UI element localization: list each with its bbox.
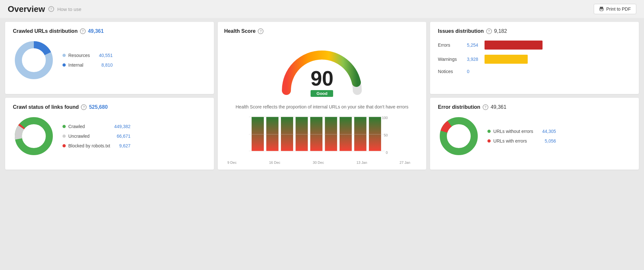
svg-rect-9 [252,117,264,151]
issues-distribution-card: Issues distribution ? 9,182 Errors 5,254… [430,22,639,94]
errors-bar [485,41,543,50]
error-dist-donut-svg [438,115,480,157]
issues-help-icon[interactable]: ? [486,28,492,34]
legend-no-errors: URLs without errors 44,305 [487,129,556,134]
error-dist-legend: URLs without errors 44,305 URLs with err… [487,129,556,144]
legend-resources: Resources 40,551 [62,53,113,58]
crawl-status-help-icon[interactable]: ? [81,104,87,110]
crawled-urls-donut [13,39,55,81]
uncrawled-dot [62,135,66,138]
overview-help-icon[interactable]: ? [48,6,54,12]
svg-point-5 [24,50,44,70]
print-to-pdf-button[interactable]: Print to PDF [594,4,636,14]
error-distribution-title: Error distribution ? 49,361 [438,104,631,110]
crawled-urls-title: Crawled URLs distribution ? 49,361 [13,28,206,34]
internal-dot [62,63,66,67]
health-score-gauge: 90 Good [277,41,367,98]
with-errors-dot [487,139,491,143]
crawl-status-card: Crawl status of links found ? 525,680 [5,98,214,170]
error-dist-donut [438,115,480,157]
error-dist-chart-section: URLs without errors 44,305 URLs with err… [438,115,631,157]
resources-dot [62,54,66,57]
svg-rect-11 [281,117,293,151]
main-grid: Crawled URLs distribution ? 49,361 Resou… [0,18,644,175]
gauge-label: Good [311,90,333,97]
print-button-label: Print to PDF [606,6,631,12]
legend-crawled: Crawled 449,382 [62,124,130,129]
crawl-status-title: Crawl status of links found ? 525,680 [13,104,206,110]
issues-distribution-title: Issues distribution ? 9,182 [438,28,631,34]
legend-blocked: Blocked by robots.txt 9,627 [62,143,130,148]
svg-point-24 [24,126,44,146]
crawled-urls-legend: Resources 40,551 Internal 8,810 [62,53,113,68]
health-score-title: Health Score ? [224,28,420,34]
health-score-help-icon[interactable]: ? [258,28,264,34]
header-left: Overview ? How to use [8,4,82,14]
issues-warnings-row: Warnings 3,928 [438,55,631,64]
how-to-use-link[interactable]: How to use [57,6,82,12]
issues-total: 9,182 [494,28,507,34]
svg-text:50: 50 [384,133,388,137]
crawled-urls-help-icon[interactable]: ? [80,28,86,34]
error-dist-help-icon[interactable]: ? [483,104,488,110]
blocked-dot [62,144,66,147]
warnings-bar [485,55,528,64]
svg-rect-15 [340,117,352,151]
issues-notices-row: Notices 0 [438,69,631,74]
page-title: Overview [8,4,45,14]
svg-text:100: 100 [382,116,388,120]
svg-rect-16 [354,117,366,151]
print-icon [599,7,604,11]
crawl-status-donut [13,115,55,157]
legend-uncrawled: Uncrawled 66,671 [62,134,130,139]
crawl-status-chart-section: Crawled 449,382 Uncrawled 66,671 Blocked… [13,115,206,157]
no-errors-dot [487,130,491,133]
legend-with-errors: URLs with errors 5,056 [487,138,556,144]
crawled-urls-donut-svg [13,39,55,81]
svg-rect-2 [600,10,603,11]
svg-rect-14 [325,117,337,151]
crawl-status-donut-svg [13,115,55,157]
error-distribution-card: Error distribution ? 49,361 URLs without… [430,98,639,170]
svg-rect-0 [600,7,603,9]
bar-chart-labels: 9 Dec 16 Dec 30 Dec 13 Jan 27 Jan [224,159,420,164]
svg-rect-10 [266,117,278,151]
gauge-score-number: 90 [311,68,333,89]
svg-text:0: 0 [386,151,388,154]
health-bar-chart: 100 50 0 9 Dec 16 Dec [224,116,420,164]
crawled-urls-card: Crawled URLs distribution ? 49,361 Resou… [5,22,214,94]
svg-point-27 [448,126,469,146]
issues-errors-row: Errors 5,254 [438,41,631,50]
crawled-dot [62,125,66,128]
bar-chart-svg: 100 50 0 [224,116,420,158]
error-dist-count: 49,361 [491,104,506,110]
svg-rect-13 [310,117,322,151]
crawl-status-legend: Crawled 449,382 Uncrawled 66,671 Blocked… [62,124,130,148]
issues-rows: Errors 5,254 Warnings 3,928 Notices 0 [438,41,631,74]
crawled-urls-count: 49,361 [88,28,104,34]
header: Overview ? How to use Print to PDF [0,0,644,18]
health-score-card: Health Score ? 90 [218,22,427,170]
crawl-status-count: 525,680 [89,104,108,110]
svg-rect-17 [369,117,381,151]
crawled-urls-chart-section: Resources 40,551 Internal 8,810 [13,39,206,81]
svg-rect-12 [295,117,308,151]
legend-internal: Internal 8,810 [62,62,113,68]
